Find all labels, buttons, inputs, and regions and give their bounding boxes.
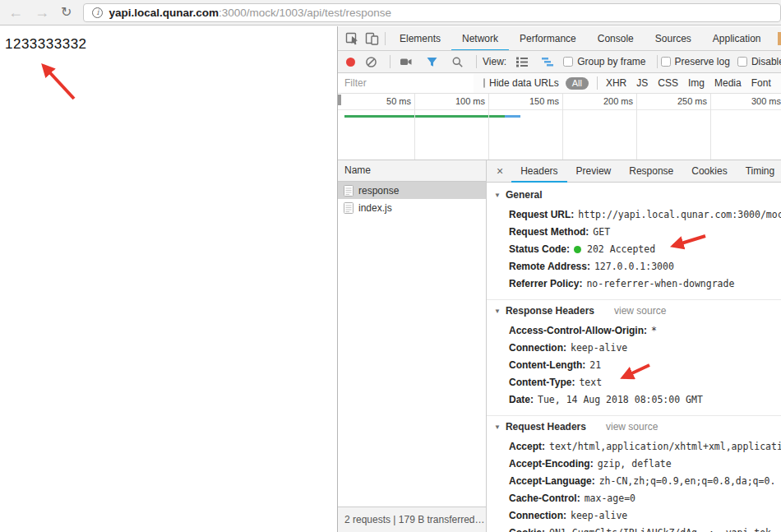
clear-icon[interactable] xyxy=(361,52,381,72)
hide-data-urls-label[interactable]: Hide data URLs xyxy=(489,77,559,89)
timeline-tick-label: 150 ms xyxy=(511,96,559,106)
browser-toolbar: ← → ↻ i yapi.local.qunar.com:3000/mock/1… xyxy=(0,0,781,25)
inspect-element-icon[interactable] xyxy=(342,29,362,49)
header-value: * xyxy=(651,325,657,336)
header-line-request-method: Request Method:GET xyxy=(487,224,781,241)
devtools-tab-console[interactable]: Console xyxy=(587,26,645,51)
header-line-connection: Connection:keep-alive xyxy=(487,340,781,357)
request-row-index-js[interactable]: index.js xyxy=(338,199,486,216)
section-title: Request Headers xyxy=(506,421,586,433)
info-icon[interactable]: i xyxy=(92,7,103,18)
back-icon[interactable]: ← xyxy=(8,5,23,20)
checkbox-group-by-frame[interactable]: Group by frame xyxy=(563,56,645,67)
view-source-link[interactable]: view source xyxy=(606,421,658,433)
header-key: Remote Address: xyxy=(509,261,590,272)
filter-type-media[interactable]: Media xyxy=(714,77,742,89)
header-line-request-url: Request URL:http://yapi.local.qunar.com:… xyxy=(487,206,781,224)
url-path: :3000/mock/1003/api/test/response xyxy=(219,7,391,19)
request-row-response[interactable]: response xyxy=(338,182,486,199)
header-key: Access-Control-Allow-Origin: xyxy=(509,325,647,336)
devtools-tab-application[interactable]: Application xyxy=(702,26,772,51)
timeline-gridline xyxy=(488,94,489,160)
filter-type-font[interactable]: Font xyxy=(751,77,771,89)
filter-type-list: XHRJSCSSImgMediaFontDoc xyxy=(601,77,781,89)
close-icon[interactable]: × xyxy=(487,164,511,178)
header-value: GET xyxy=(593,226,610,238)
reload-icon[interactable]: ↻ xyxy=(61,6,72,19)
detail-tab-timing[interactable]: Timing xyxy=(737,160,781,183)
requests-column: Name responseindex.js 2 requests | 179 B… xyxy=(338,160,486,532)
request-name: index.js xyxy=(358,202,392,214)
url-host: yapi.local.qunar.com xyxy=(109,7,219,19)
filter-icon[interactable] xyxy=(422,52,441,72)
header-line-cache-control: Cache-Control:max-age=0 xyxy=(487,490,781,507)
header-key: Accept: xyxy=(509,441,545,452)
devtools-tabbar: ElementsNetworkPerformanceConsoleSources… xyxy=(338,26,781,51)
timeline-tick-label: 50 ms xyxy=(363,96,411,106)
filter-type-css[interactable]: CSS xyxy=(658,77,678,89)
filter-type-img[interactable]: Img xyxy=(688,77,705,89)
section-header[interactable]: ▼Request Headersview source xyxy=(487,416,781,438)
timeline-tick-label: 300 ms xyxy=(733,96,781,106)
filter-type-js[interactable]: JS xyxy=(636,77,648,89)
timeline-tick-label: 250 ms xyxy=(659,96,707,106)
devtools-tab-performance[interactable]: Performance xyxy=(509,26,587,51)
header-key: Cookie: xyxy=(509,527,545,532)
page-viewport: 1233333332 xyxy=(0,26,337,532)
section-request-headers: ▼Request Headersview sourceAccept:text/h… xyxy=(487,415,781,532)
checkbox-preserve-log[interactable]: Preserve log xyxy=(661,56,730,67)
header-key: Connection: xyxy=(509,342,566,354)
filter-input[interactable] xyxy=(338,74,474,93)
devtools-tab-sources[interactable]: Sources xyxy=(645,26,702,51)
section-header[interactable]: ▼General xyxy=(487,184,781,206)
header-line-content-type: Content-Type:text xyxy=(487,374,781,391)
list-view-icon[interactable] xyxy=(512,52,532,72)
devtools-tab-network[interactable]: Network xyxy=(451,26,509,51)
header-line-accept: Accept:text/html,application/xhtml+xml,a… xyxy=(487,438,781,456)
header-key: Accept-Language: xyxy=(509,475,595,487)
header-value: zh-CN,zh;q=0.9,en;q=0.8,da;q=0. xyxy=(599,475,776,487)
header-line-content-length: Content-Length:21 xyxy=(487,357,781,374)
header-key: Content-Type: xyxy=(509,377,575,388)
filter-all-pill[interactable]: All xyxy=(566,77,589,90)
section-title: General xyxy=(506,189,543,201)
checkbox-box[interactable] xyxy=(737,57,747,67)
devtools-tab-elements[interactable]: Elements xyxy=(389,26,451,51)
section-title: Response Headers xyxy=(506,305,594,317)
name-column-header[interactable]: Name xyxy=(338,160,486,182)
divider xyxy=(476,55,477,68)
waterfall-view-icon[interactable] xyxy=(538,52,557,72)
filter-type-xhr[interactable]: XHR xyxy=(606,77,626,89)
checkbox-box[interactable] xyxy=(563,57,573,67)
forward-icon[interactable]: → xyxy=(35,5,49,20)
detail-tab-cookies[interactable]: Cookies xyxy=(682,160,736,183)
search-icon[interactable] xyxy=(447,52,467,72)
detail-tab-headers[interactable]: Headers xyxy=(511,160,566,183)
checkbox-disable[interactable]: Disable xyxy=(737,56,781,67)
section-header[interactable]: ▼Response Headersview source xyxy=(487,300,781,322)
detail-tab-preview[interactable]: Preview xyxy=(567,160,621,183)
detail-tab-response[interactable]: Response xyxy=(620,160,682,183)
view-label: View: xyxy=(483,56,506,67)
header-value: 21 xyxy=(589,359,601,371)
checkbox-label: Group by frame xyxy=(577,56,645,67)
header-key: Referrer Policy: xyxy=(509,278,582,289)
devtools-main-tabs: ElementsNetworkPerformanceConsoleSources… xyxy=(389,26,772,51)
device-toolbar-icon[interactable] xyxy=(362,29,381,49)
network-overview-timeline[interactable]: 50 ms100 ms150 ms200 ms250 ms300 ms xyxy=(338,94,781,160)
view-source-link[interactable]: view source xyxy=(614,305,666,317)
checkbox-box[interactable] xyxy=(661,57,671,67)
header-value: keep-alive xyxy=(571,510,627,521)
address-bar[interactable]: i yapi.local.qunar.com:3000/mock/1003/ap… xyxy=(83,3,781,22)
hide-data-urls-checkbox[interactable] xyxy=(483,78,485,88)
waterfall-overview-line-green xyxy=(344,115,505,118)
request-detail-pane: × HeadersPreviewResponseCookiesTiming ▼G… xyxy=(486,160,781,532)
record-button[interactable] xyxy=(346,58,355,67)
header-value: text/html,application/xhtml+xml,applicat… xyxy=(549,441,781,452)
header-line-access-control-allow-origin: Access-Control-Allow-Origin:* xyxy=(487,322,781,340)
header-line-status-code: Status Code:202 Accepted xyxy=(487,241,781,258)
capture-screenshots-icon[interactable] xyxy=(396,52,416,72)
timeline-gridline xyxy=(562,94,563,160)
overview-handle[interactable] xyxy=(338,95,341,105)
header-value: http://yapi.local.qunar.com:3000/mock/10… xyxy=(578,209,781,220)
